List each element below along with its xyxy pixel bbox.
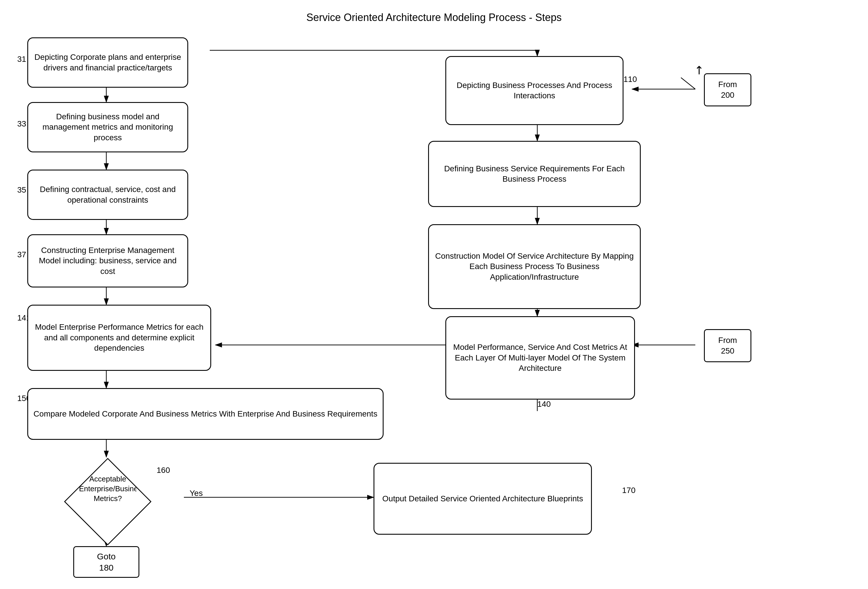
node-from200: From 200 [704, 73, 751, 107]
node-35: Defining contractual, service, cost and … [27, 170, 188, 220]
node-160-container: Acceptable Enterprise/Business Metrics? [63, 457, 152, 546]
label-170: 170 [622, 486, 636, 495]
label-140: 140 [537, 400, 551, 409]
node-33: Defining business model and management m… [27, 102, 188, 152]
node-180: Goto 180 [73, 546, 139, 578]
label-110: 110 [623, 75, 637, 84]
diamond-160-svg: Acceptable Enterprise/Business Metrics? [63, 457, 152, 546]
node-141: Model Enterprise Performance Metrics for… [27, 305, 211, 371]
node-130: Construction Model Of Service Architectu… [428, 224, 641, 309]
node-37: Constructing Enterprise Management Model… [27, 234, 188, 287]
label-37: 37 [17, 250, 26, 259]
label-35: 35 [17, 185, 26, 195]
node-120: Defining Business Service Requirements F… [428, 141, 641, 207]
node-110: Depicting Business Processes And Process… [445, 56, 623, 125]
label-33: 33 [17, 119, 26, 129]
label-160: 160 [156, 466, 170, 475]
node-150: Compare Modeled Corporate And Business M… [27, 388, 384, 440]
node-170: Output Detailed Service Oriented Archite… [373, 463, 592, 535]
yes-label: Yes [190, 489, 203, 498]
diagram-container: Service Oriented Architecture Modeling P… [0, 0, 868, 589]
diagram-title: Service Oriented Architecture Modeling P… [306, 12, 561, 24]
node-31: Depicting Corporate plans and enterprise… [27, 37, 188, 88]
svg-line-14 [681, 78, 695, 89]
node-from250: From 250 [704, 329, 751, 362]
label-31: 31 [17, 55, 26, 64]
node-140: Model Performance, Service And Cost Metr… [445, 316, 635, 400]
